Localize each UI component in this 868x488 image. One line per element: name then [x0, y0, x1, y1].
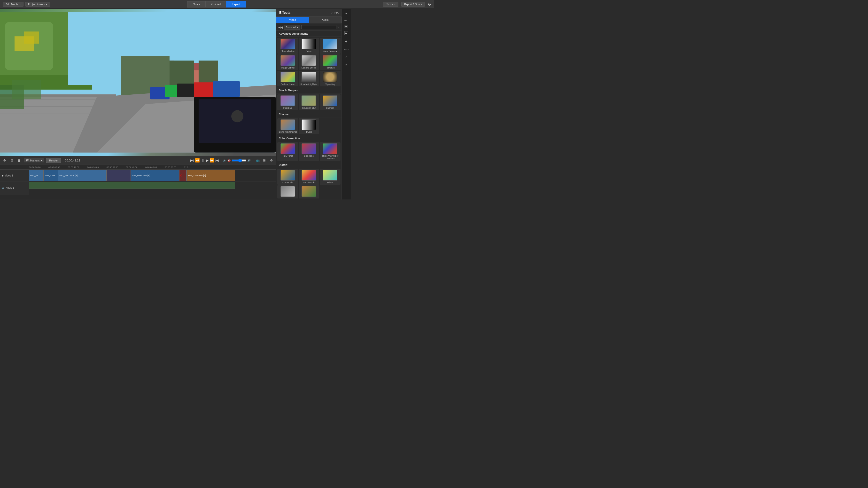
- mode-expert-button[interactable]: Expert: [226, 1, 246, 7]
- play-button[interactable]: ▶: [206, 158, 209, 163]
- effect-three-way[interactable]: Three-Way Color Corrector: [320, 142, 341, 161]
- effect-corner-pin[interactable]: Corner Pin: [277, 169, 298, 185]
- effect-invert[interactable]: Invert: [299, 118, 319, 134]
- ruler-tick-7: 00:00:56:00: [165, 166, 184, 168]
- effect-haze-removal[interactable]: Haze Removal: [320, 38, 341, 54]
- effects-search-input[interactable]: [301, 25, 336, 29]
- timeline-settings-button[interactable]: ⚙: [2, 158, 7, 163]
- effect-thumb-scroll2: [302, 186, 316, 197]
- effect-blend-original[interactable]: Blend with Original: [277, 118, 298, 134]
- effect-extract[interactable]: Extract: [299, 38, 319, 54]
- track-expand-icon: ▶: [2, 174, 4, 177]
- emoji-icon[interactable]: ☺: [343, 62, 349, 68]
- timeline-ruler: 00:00:00:00 00:00:08:00 00:00:16:00 00:0…: [0, 165, 276, 170]
- effects-fix-label[interactable]: FIX: [335, 11, 339, 14]
- section-advanced-adjustments: Advanced Adjustments: [276, 31, 341, 37]
- effect-thumb-channel-mixer: [280, 39, 295, 50]
- markers-label[interactable]: 🏁 Markers ▾: [24, 158, 44, 162]
- scissors-icon[interactable]: ✂: [344, 11, 349, 17]
- effect-lighting-effects[interactable]: Lighting Effects: [299, 54, 319, 70]
- mode-guided-button[interactable]: Guided: [206, 1, 226, 7]
- fx-icon-1[interactable]: fx: [344, 25, 348, 28]
- effect-thumb-scroll1: [280, 186, 295, 197]
- add-media-button[interactable]: Add Media ▾: [3, 2, 24, 7]
- clip-img03[interactable]: IMG_03: [29, 170, 43, 181]
- section-distort: Distort: [276, 162, 341, 168]
- fit-to-screen-button[interactable]: ⊡: [9, 158, 14, 163]
- step-forward-button[interactable]: ⏩: [210, 158, 214, 163]
- playback-controls: ⏮ ⏪ ⏸ ▶ ⏩ ⏭: [190, 158, 219, 163]
- monitor-button-2[interactable]: ⊞: [262, 158, 267, 163]
- topbar-left: Add Media ▾ Project Assets ▾: [3, 2, 50, 7]
- effects-header: Effects ? FIX: [276, 9, 341, 17]
- effect-thumb-invert: [302, 119, 316, 130]
- create-button[interactable]: Create ▾: [383, 2, 398, 7]
- effect-lens-distortion[interactable]: Lens Distortion: [299, 169, 319, 185]
- ruler-tick-2: 00:00:16:00: [68, 166, 87, 168]
- effect-scroll1[interactable]: [277, 185, 298, 198]
- clip-img0368[interactable]: IMG_0368.: [43, 170, 58, 181]
- tab-video[interactable]: Video: [276, 17, 309, 23]
- effect-posterize[interactable]: Posterize: [320, 54, 341, 70]
- effects-help-icon[interactable]: ?: [331, 11, 333, 14]
- effect-channel-mixer[interactable]: Channel Mixer: [277, 38, 298, 54]
- effect-thumb-corner-pin: [280, 170, 295, 181]
- effect-mirror[interactable]: Mirror: [320, 169, 341, 185]
- ruler-tick-0: 00:00:00:00: [29, 166, 49, 168]
- track-headers: ▶ Video 1 🔈 Audio 1: [0, 170, 29, 195]
- speaker-icon: 🔊: [247, 159, 251, 162]
- effect-gaussian-blur[interactable]: Gaussian Blur: [299, 94, 319, 110]
- monitor-button-1[interactable]: 📺: [254, 158, 261, 163]
- ruler-tick-8: 01:0: [184, 166, 204, 168]
- skip-to-end-button[interactable]: ⏭: [215, 158, 219, 163]
- effect-image-control[interactable]: Image Control: [277, 54, 298, 70]
- project-assets-button[interactable]: Project Assets ▾: [25, 2, 50, 7]
- clip-cut[interactable]: ✕: [179, 170, 186, 181]
- effect-hsl-tuner[interactable]: HSL Tuner: [277, 142, 298, 161]
- svg-rect-26: [213, 81, 240, 97]
- add-icon[interactable]: +: [344, 38, 348, 45]
- fx-icon-2[interactable]: fx: [344, 31, 348, 35]
- clip-img0383[interactable]: IMG_0383.mov [A]: [131, 170, 179, 181]
- show-all-button[interactable]: Show All ▾: [284, 25, 300, 30]
- effect-thumb-image-control: [280, 55, 295, 66]
- mode-quick-button[interactable]: Quick: [187, 1, 206, 7]
- effect-sharpen[interactable]: Sharpen: [320, 94, 341, 110]
- settings-icon[interactable]: ⚙: [428, 2, 431, 6]
- volume-icon: 🔈: [223, 159, 226, 162]
- effect-fast-blur[interactable]: Fast Blur: [277, 94, 298, 110]
- ruler-tick-6: 00:00:48:00: [145, 166, 165, 168]
- effect-vignetting[interactable]: Vignetting: [320, 71, 341, 87]
- clip-blank[interactable]: [106, 170, 131, 181]
- step-back-button[interactable]: ⏪: [195, 158, 200, 163]
- effect-thumb-extract: [302, 39, 316, 50]
- track-header-audio1: 🔈 Audio 1: [0, 182, 29, 194]
- svg-rect-31: [12, 80, 41, 99]
- audio-clip[interactable]: [29, 182, 235, 189]
- audio-track-1: [29, 182, 276, 189]
- effect-thumb-three-way: [323, 143, 337, 154]
- dropdown-arrow-icon: ▾: [20, 3, 21, 6]
- pause-button[interactable]: ⏸: [201, 158, 205, 163]
- export-share-button[interactable]: Export & Share: [401, 2, 425, 7]
- effect-shadow-highlight[interactable]: Shadow/Highlight: [299, 71, 319, 87]
- delete-button[interactable]: 🗑: [16, 158, 22, 163]
- effect-reduce-noise[interactable]: Reduce Noise: [277, 71, 298, 87]
- volume-slider[interactable]: [232, 159, 246, 162]
- effects-tabs: Video Audio: [276, 17, 341, 23]
- skip-to-start-button[interactable]: ⏮: [190, 158, 194, 163]
- clip-img0381[interactable]: IMG_0381.mov [A]: [58, 170, 106, 181]
- svg-point-29: [231, 110, 243, 122]
- section-channel: Channel: [276, 111, 341, 118]
- timeline-tracks: ▶ Video 1 🔈 Audio 1 IMG_03 IMG_0368. IMG…: [0, 170, 276, 195]
- timeline-options-button[interactable]: ⚙: [269, 158, 274, 163]
- effect-scroll2[interactable]: [299, 185, 319, 198]
- render-button[interactable]: Render: [46, 158, 61, 163]
- tab-audio[interactable]: Audio: [309, 17, 342, 23]
- clip-img0385[interactable]: IMG_0385.mov [A]: [186, 170, 235, 181]
- add-label: ADD: [344, 48, 348, 51]
- collapse-icon[interactable]: ◀◀: [278, 26, 283, 29]
- music-icon[interactable]: ♪: [344, 54, 348, 59]
- effect-split-tone[interactable]: Split Tone: [299, 142, 319, 161]
- clear-search-icon[interactable]: ✕: [337, 26, 340, 29]
